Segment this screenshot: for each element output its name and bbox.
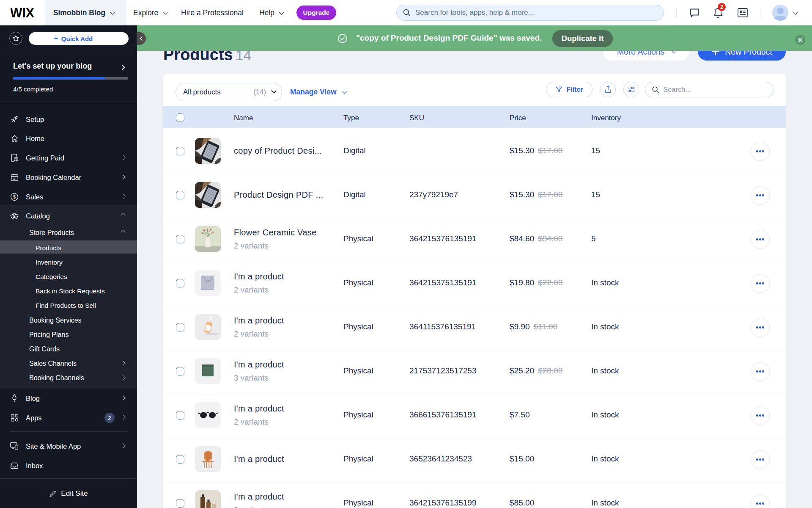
svg-text:$: $	[13, 194, 16, 199]
svg-text:$: $	[15, 157, 17, 161]
svg-text:WIX: WIX	[11, 6, 34, 20]
